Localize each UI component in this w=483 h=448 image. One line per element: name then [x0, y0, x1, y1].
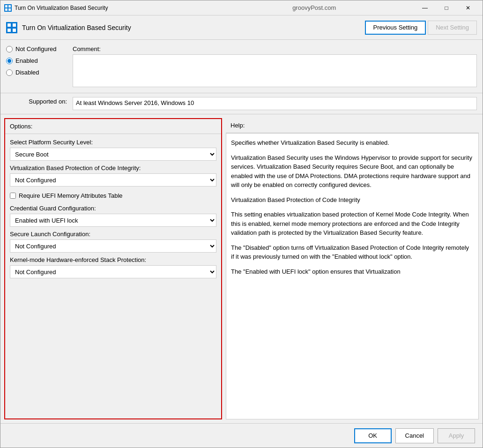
- minimize-button[interactable]: —: [414, 0, 436, 15]
- radio-disabled-label: Disabled: [15, 69, 39, 76]
- kernel-mode-label: Kernel-mode Hardware-enforced Stack Prot…: [10, 256, 216, 263]
- bottom-bar: OK Cancel Apply: [0, 423, 483, 448]
- window-icon: [4, 4, 12, 12]
- window-controls: — □ ✕: [414, 0, 479, 15]
- comment-label: Comment:: [73, 45, 477, 52]
- site-label: groovyPost.com: [215, 4, 415, 11]
- top-section: Not Configured Enabled Disabled Comment:: [0, 40, 483, 93]
- help-panel: Help: Specifies whether Virtualization B…: [226, 118, 479, 419]
- help-content: Specifies whether Virtualization Based S…: [226, 133, 479, 419]
- apply-button: Apply: [438, 428, 475, 443]
- kernel-mode-select[interactable]: Not Configured Enabled in audit mode Ena…: [10, 265, 216, 278]
- radio-enabled-label: Enabled: [15, 57, 38, 64]
- maximize-button[interactable]: □: [436, 0, 457, 15]
- help-para-2: Virtualization Based Protection of Code …: [231, 195, 474, 205]
- secure-launch-select[interactable]: Not Configured Enabled Disabled: [10, 239, 216, 253]
- svg-rect-7: [13, 23, 16, 27]
- help-para-5: The "Enabled with UEFI lock" option ensu…: [231, 267, 474, 276]
- help-para-0: Specifies whether Virtualization Based S…: [231, 138, 474, 148]
- svg-rect-8: [7, 29, 11, 32]
- credential-guard-group: Credential Guard Configuration: Not Conf…: [10, 205, 216, 227]
- supported-value: At least Windows Server 2016, Windows 10: [73, 97, 477, 110]
- header-icon: [6, 22, 17, 33]
- main-window: Turn On Virtualization Based Security gr…: [0, 0, 483, 448]
- code-integrity-select[interactable]: Not Configured Enabled without lock Enab…: [10, 173, 216, 187]
- options-panel: Options: Select Platform Security Level:…: [4, 118, 222, 419]
- close-button[interactable]: ✕: [457, 0, 479, 15]
- prev-setting-button[interactable]: Previous Setting: [365, 21, 426, 35]
- next-setting-button: Next Setting: [428, 21, 477, 35]
- cancel-button[interactable]: Cancel: [395, 428, 434, 443]
- header-nav: Previous Setting Next Setting: [365, 21, 477, 35]
- help-para-4: The "Disabled" option turns off Virtuali…: [231, 243, 474, 261]
- radio-enabled[interactable]: Enabled: [6, 57, 67, 64]
- radio-enabled-input[interactable]: [6, 58, 13, 64]
- kernel-mode-group: Kernel-mode Hardware-enforced Stack Prot…: [10, 256, 216, 278]
- svg-rect-2: [8, 5, 11, 7]
- uefi-checkbox-row[interactable]: Require UEFI Memory Attributes Table: [10, 192, 216, 199]
- credential-guard-label: Credential Guard Configuration:: [10, 205, 216, 212]
- content-area: Not Configured Enabled Disabled Comment:…: [0, 40, 483, 423]
- svg-rect-1: [5, 5, 7, 7]
- code-integrity-label: Virtualization Based Protection of Code …: [10, 164, 216, 172]
- uefi-checkbox-label: Require UEFI Memory Attributes Table: [19, 192, 123, 199]
- secure-launch-label: Secure Launch Configuration:: [10, 231, 216, 238]
- main-panels: Options: Select Platform Security Level:…: [0, 114, 483, 423]
- options-content: Select Platform Security Level: Secure B…: [5, 134, 221, 418]
- radio-not-configured-label: Not Configured: [15, 45, 56, 52]
- radio-disabled-input[interactable]: [6, 69, 13, 76]
- window-title: Turn On Virtualization Based Security: [15, 5, 215, 11]
- radio-group: Not Configured Enabled Disabled: [6, 45, 67, 87]
- help-header: Help:: [226, 118, 479, 133]
- options-header: Options:: [5, 119, 221, 134]
- radio-not-configured-input[interactable]: [6, 46, 13, 52]
- comment-section: Comment:: [73, 45, 477, 87]
- radio-not-configured[interactable]: Not Configured: [6, 45, 67, 52]
- platform-security-group: Select Platform Security Level: Secure B…: [10, 139, 216, 161]
- header-title: Turn On Virtualization Based Security: [22, 24, 365, 31]
- svg-rect-4: [8, 8, 11, 11]
- help-para-3: This setting enables virtualization base…: [231, 210, 474, 238]
- secure-launch-group: Secure Launch Configuration: Not Configu…: [10, 231, 216, 253]
- ok-button[interactable]: OK: [354, 428, 392, 443]
- svg-rect-6: [7, 23, 11, 27]
- supported-label: Supported on:: [6, 97, 67, 105]
- help-para-1: Virtualization Based Security uses the W…: [231, 153, 474, 190]
- header-bar: Turn On Virtualization Based Security Pr…: [0, 15, 483, 40]
- radio-disabled[interactable]: Disabled: [6, 69, 67, 76]
- svg-rect-9: [13, 29, 16, 32]
- credential-guard-select[interactable]: Not Configured Enabled with UEFI lock En…: [10, 214, 216, 227]
- platform-security-label: Select Platform Security Level:: [10, 139, 216, 146]
- code-integrity-group: Virtualization Based Protection of Code …: [10, 164, 216, 187]
- comment-textarea[interactable]: [73, 54, 477, 87]
- supported-section: Supported on: At least Windows Server 20…: [0, 93, 483, 114]
- platform-security-select[interactable]: Secure Boot Secure Boot and DMA Protecti…: [10, 148, 216, 161]
- svg-rect-3: [5, 8, 7, 11]
- title-bar: Turn On Virtualization Based Security gr…: [0, 0, 483, 15]
- uefi-checkbox[interactable]: [10, 193, 16, 199]
